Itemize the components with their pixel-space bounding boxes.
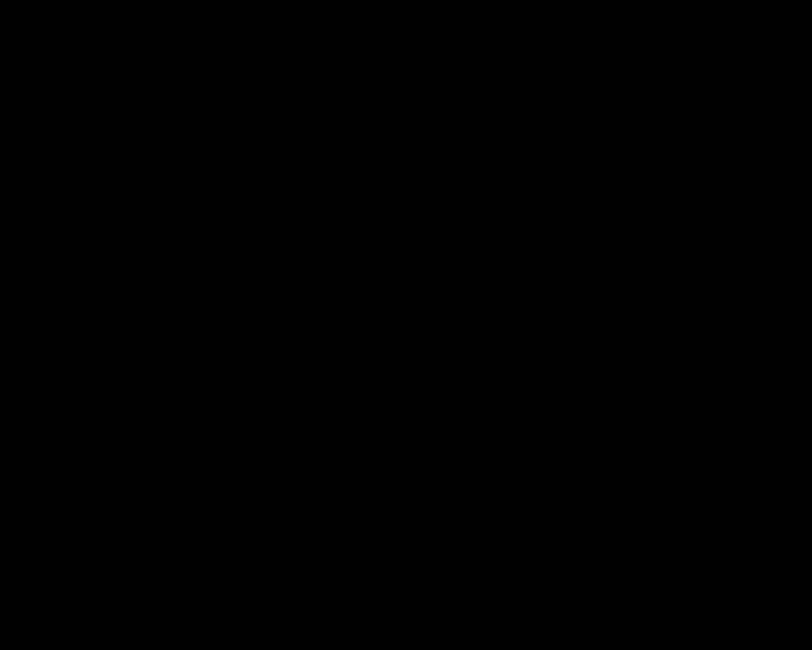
source-pane-border-left-inner <box>5 15 7 209</box>
terminal-screen[interactable] <box>0 0 812 650</box>
asm-pane-border <box>1 208 806 419</box>
source-pane-border-right-inner <box>806 15 808 209</box>
status-bar <box>0 427 812 437</box>
source-pane-border-left-outer <box>1 15 3 209</box>
source-pane-border-right-outer <box>809 15 811 209</box>
